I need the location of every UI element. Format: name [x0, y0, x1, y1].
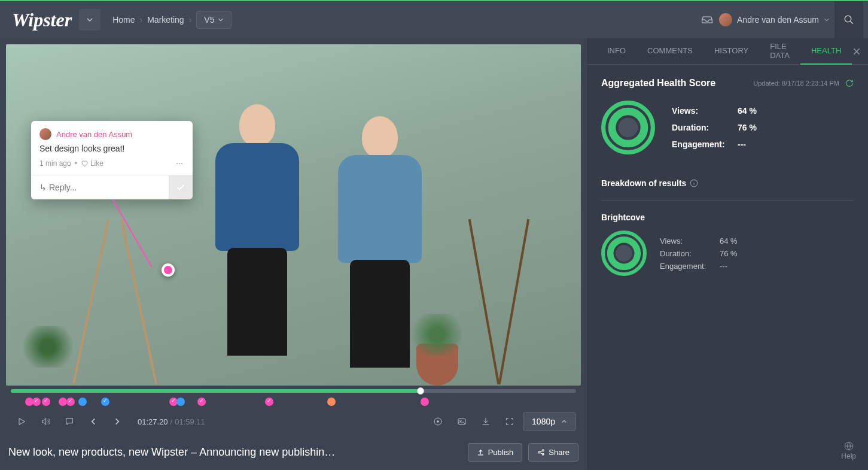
separator — [601, 200, 854, 201]
tab-comments[interactable]: COMMENTS — [636, 38, 703, 65]
user-menu[interactable]: Andre van den Assum — [719, 13, 830, 26]
stat-duration-value: 76 % — [738, 123, 757, 132]
user-name: Andre van den Assum — [737, 15, 819, 25]
fullscreen-icon — [505, 417, 514, 426]
scene-prop — [413, 314, 461, 386]
reply-input[interactable] — [31, 175, 169, 199]
comment-author[interactable]: Andre van den Assum — [56, 130, 132, 139]
scene-prop — [468, 219, 500, 384]
breadcrumbs: Home › Marketing › V5 — [112, 11, 232, 29]
chevron-down-icon — [824, 17, 830, 23]
comment-toggle-button[interactable] — [59, 411, 80, 432]
scene-person — [203, 104, 311, 362]
time-display: 01:27.20 / 01:59.11 — [138, 417, 205, 426]
avatar — [719, 13, 732, 26]
breadcrumb-marketing[interactable]: Marketing — [147, 15, 184, 25]
panel-tabs: INFOCOMMENTSHISTORYFILE DATAHEALTH — [587, 38, 868, 65]
health-updated: Updated: 8/17/18 2:23:14 PM — [753, 80, 839, 87]
next-frame-button[interactable] — [106, 411, 128, 432]
help-button[interactable]: Help — [841, 441, 856, 460]
annotation-pin[interactable] — [162, 263, 175, 277]
check-icon — [176, 183, 185, 192]
upload-icon — [477, 448, 485, 456]
timeline-markers — [11, 396, 576, 408]
timeline-marker[interactable] — [176, 398, 185, 406]
close-panel-button[interactable] — [852, 47, 861, 56]
heart-icon — [81, 160, 88, 167]
comment-icon — [65, 417, 74, 426]
timeline-marker[interactable] — [197, 398, 206, 406]
timeline-marker[interactable] — [265, 398, 273, 406]
prev-frame-button[interactable] — [83, 411, 104, 432]
tab-info[interactable]: INFO — [596, 38, 636, 65]
health-donut-chart — [601, 101, 655, 154]
video-panel: Andre van den Assum Set design looks gre… — [0, 38, 587, 470]
stat-views-value: 64 % — [738, 106, 757, 116]
workspace-dropdown[interactable] — [79, 9, 100, 31]
share-button[interactable]: Share — [528, 443, 578, 462]
video-player[interactable]: Andre van den Assum Set design looks gre… — [6, 44, 581, 386]
timeline-marker[interactable] — [42, 398, 50, 406]
comment-card: Andre van den Assum Set design looks gre… — [31, 121, 193, 199]
breadcrumb-home[interactable]: Home — [112, 15, 135, 25]
loop-button[interactable] — [427, 411, 449, 432]
stat-duration-label: Duration: — [672, 123, 738, 132]
version-dropdown[interactable]: V5 — [196, 11, 232, 29]
progress-track[interactable] — [11, 389, 576, 393]
comment-more-button[interactable]: ⋯ — [176, 159, 184, 168]
reply-submit-button[interactable] — [169, 175, 193, 199]
download-button[interactable] — [475, 411, 497, 432]
quality-dropdown[interactable]: 1080p — [523, 412, 576, 431]
search-button[interactable] — [835, 1, 863, 38]
inbox-button[interactable] — [695, 8, 719, 32]
video-controls: 01:27.20 / 01:59.11 1080p — [6, 408, 581, 435]
info-icon[interactable] — [690, 179, 698, 187]
progress-thumb[interactable] — [417, 387, 424, 395]
scene-prop — [498, 219, 530, 384]
download-icon — [481, 417, 491, 426]
provider-name: Brightcove — [601, 213, 854, 222]
health-title: Aggregated Health Score — [601, 78, 715, 89]
breakdown-title: Breakdown of results — [601, 178, 854, 195]
title-row: New look, new products, new Wipster – An… — [6, 435, 581, 464]
comment-meta: 1 min ago • Like ⋯ — [31, 159, 193, 175]
tab-file-data[interactable]: FILE DATA — [759, 38, 800, 65]
pstat-engagement-label: Engagement: — [660, 262, 720, 271]
stat-engagement-value: --- — [738, 140, 746, 149]
svg-point-2 — [437, 421, 439, 423]
refresh-icon — [845, 79, 854, 87]
quality-label: 1080p — [532, 417, 555, 426]
tab-history[interactable]: HISTORY — [703, 38, 759, 65]
chevron-left-icon — [89, 417, 98, 426]
timeline-marker[interactable] — [32, 398, 41, 406]
side-panel: INFOCOMMENTSHISTORYFILE DATAHEALTH Aggre… — [587, 38, 868, 470]
chevron-down-icon — [218, 17, 224, 23]
volume-button[interactable] — [35, 411, 56, 432]
tab-health[interactable]: HEALTH — [800, 38, 852, 65]
stat-views-label: Views: — [672, 106, 738, 116]
chevron-up-icon — [561, 419, 567, 424]
timeline-marker[interactable] — [101, 398, 109, 406]
svg-point-14 — [616, 245, 632, 261]
progress-fill — [11, 389, 421, 393]
publish-button[interactable]: Publish — [468, 443, 523, 462]
scene-prop — [24, 326, 72, 386]
like-button[interactable]: Like — [81, 159, 103, 168]
refresh-button[interactable] — [845, 79, 854, 87]
snapshot-button[interactable] — [451, 411, 473, 432]
timeline-marker[interactable] — [421, 398, 429, 406]
timeline-marker[interactable] — [78, 398, 87, 406]
pstat-engagement-value: --- — [720, 262, 727, 271]
pstat-duration-value: 76 % — [720, 249, 738, 258]
timeline-marker[interactable] — [327, 398, 336, 406]
search-icon — [843, 14, 854, 25]
scene-prop — [72, 220, 109, 384]
play-button[interactable] — [11, 411, 32, 432]
video-title: New look, new products, new Wipster – An… — [8, 446, 462, 459]
chevron-right-icon: › — [140, 15, 143, 25]
header: Wipster Home › Marketing › V5 Andre van … — [0, 1, 868, 38]
logo[interactable]: Wipster — [5, 9, 79, 31]
pstat-views-label: Views: — [660, 236, 720, 245]
fullscreen-button[interactable] — [499, 411, 520, 432]
timeline-marker[interactable] — [66, 398, 75, 406]
